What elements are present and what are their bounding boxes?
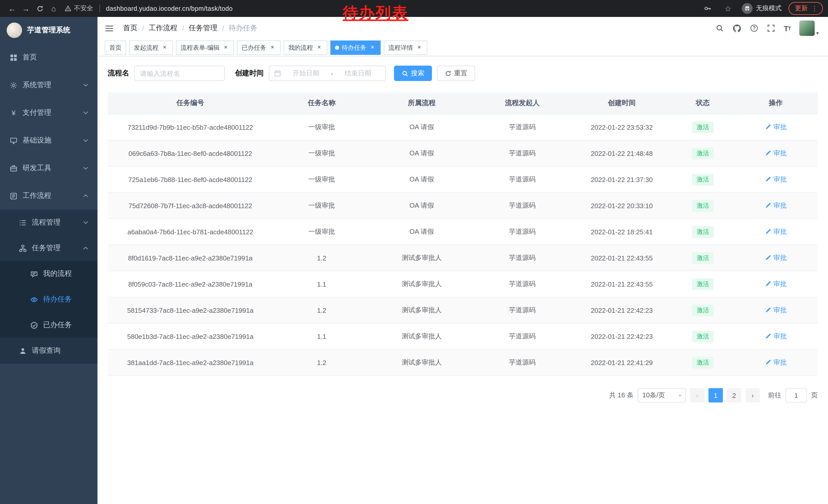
github-icon[interactable] <box>732 24 741 33</box>
refresh-icon[interactable] <box>33 2 47 15</box>
tab-close-icon[interactable]: × <box>316 44 323 51</box>
cell-create-time: 2022-01-22 21:48:48 <box>572 140 672 166</box>
incognito-badge[interactable]: 无痕模式 <box>742 3 782 14</box>
cell-starter: 芋道源码 <box>473 297 572 323</box>
tab-my-processes[interactable]: 我的流程 × <box>284 41 327 55</box>
forward-icon[interactable]: → <box>19 2 33 15</box>
browser-menu-icon[interactable]: ⋮ <box>811 5 818 12</box>
approve-link[interactable]: 审批 <box>764 332 787 341</box>
page-button-1[interactable]: 1 <box>708 388 723 403</box>
reset-button[interactable]: 重置 <box>437 65 475 81</box>
approve-link[interactable]: 审批 <box>764 227 787 236</box>
next-page-button[interactable]: › <box>745 388 760 403</box>
sidebar-item-leave-query[interactable]: 请假查询 <box>0 338 97 364</box>
table-row[interactable]: 75d72608-7b7f-11ec-a3c8-acde48001122 一级审… <box>108 192 818 219</box>
approve-link[interactable]: 审批 <box>764 306 787 315</box>
breadcrumb-item[interactable]: 工作流程 <box>149 24 177 33</box>
search-button[interactable]: 搜索 <box>394 65 432 81</box>
page-size-select[interactable]: 10条/页 ▾ <box>638 388 686 403</box>
sidebar-item-infrastructure[interactable]: 基础设施 <box>0 127 97 154</box>
breadcrumb-item[interactable]: 任务管理 <box>189 24 217 33</box>
key-icon[interactable] <box>701 2 714 15</box>
tab-process-detail[interactable]: 流程详情 × <box>384 41 427 55</box>
cell-actions: 审批 <box>734 271 818 297</box>
table-row[interactable]: 580e1b3d-7ac8-11ec-a9e2-a2380e71991a 1.1… <box>108 323 818 350</box>
sidebar-item-process-management[interactable]: 流程管理 <box>0 210 97 235</box>
home-icon[interactable]: ⌂ <box>47 2 60 15</box>
sidebar-item-label: 首页 <box>23 53 37 62</box>
table-row[interactable]: a6aba0a4-7b6d-11ec-b781-acde48001122 一级审… <box>108 219 818 245</box>
approve-link[interactable]: 审批 <box>764 279 787 289</box>
breadcrumb-separator: / <box>222 24 224 32</box>
date-range-picker[interactable]: 开始日期 - 结束日期 <box>269 65 386 81</box>
sidebar-item-payment[interactable]: ¥ 支付管理 <box>0 99 97 127</box>
address-bar[interactable]: 不安全 dashboard.yudao.iocoder.cn/bpm/task/… <box>65 4 233 13</box>
tab-close-icon[interactable]: × <box>222 44 229 51</box>
goto-page-input[interactable] <box>785 388 807 403</box>
security-warning[interactable]: 不安全 <box>65 4 93 13</box>
edit-icon <box>764 124 771 131</box>
help-icon[interactable] <box>750 24 758 32</box>
tab-form-edit[interactable]: 流程表单-编辑 × <box>176 41 234 55</box>
sidebar-toggle-icon[interactable] <box>105 25 114 32</box>
process-name-input[interactable] <box>134 65 225 81</box>
app-logo[interactable]: 芋道管理系统 <box>0 17 97 44</box>
tab-close-icon[interactable]: × <box>161 44 168 51</box>
browser-chrome: ← → ⌂ 不安全 dashboard.yudao.iocoder.cn/bpm… <box>0 0 828 17</box>
approve-link[interactable]: 审批 <box>764 358 787 367</box>
table-row[interactable]: 725a1eb6-7b88-11ec-8ef0-acde48001122 一级审… <box>108 166 818 192</box>
sidebar-item-system[interactable]: 系统管理 <box>0 71 97 99</box>
approve-link[interactable]: 审批 <box>764 123 787 132</box>
end-date-placeholder[interactable]: 结束日期 <box>335 69 381 78</box>
table-row[interactable]: 8f059c03-7ac8-11ec-a9e2-a2380e71991a 1.1… <box>108 271 818 297</box>
reset-button-label: 重置 <box>454 69 467 78</box>
search-icon[interactable] <box>715 24 723 32</box>
cell-task-name: 一级审批 <box>273 192 370 219</box>
approve-link[interactable]: 审批 <box>764 149 787 158</box>
approve-link[interactable]: 审批 <box>764 201 787 210</box>
start-date-placeholder[interactable]: 开始日期 <box>283 69 329 78</box>
avatar[interactable] <box>799 20 815 36</box>
table-row[interactable]: 381aa1dd-7ac8-11ec-a9e2-a2380e71991a 1.2… <box>108 350 818 375</box>
table-row[interactable]: 8f0d1619-7ac8-11ec-a9e2-a2380e71991a 1.2… <box>108 245 818 271</box>
prev-page-button[interactable]: ‹ <box>690 388 704 403</box>
sidebar-item-task-management[interactable]: 任务管理 <box>0 235 97 261</box>
table-row[interactable]: 58154733-7ac8-11ec-a9e2-a2380e71991a 1.2… <box>108 297 818 323</box>
tab-done-tasks[interactable]: 已办任务 × <box>237 41 281 55</box>
cell-task-id: 73211d9d-7b9b-11ec-b5b7-acde48001122 <box>108 114 273 140</box>
bookmark-star-icon[interactable]: ☆ <box>721 2 735 15</box>
tab-close-icon[interactable]: × <box>369 44 376 51</box>
cell-status: 激活 <box>672 166 734 192</box>
tab-start-process[interactable]: 发起流程 × <box>129 41 173 55</box>
font-size-icon[interactable]: TT <box>784 24 791 33</box>
sidebar-item-my-processes[interactable]: 我的流程 <box>0 261 97 287</box>
user-menu[interactable]: ▾ <box>799 20 819 36</box>
sidebar-item-todo-tasks[interactable]: 待办任务 <box>0 287 97 312</box>
fullscreen-icon[interactable] <box>767 24 775 32</box>
address-divider <box>99 5 100 12</box>
edit-icon <box>764 228 771 235</box>
approve-link[interactable]: 审批 <box>764 175 787 184</box>
breadcrumb-item[interactable]: 首页 <box>123 24 137 33</box>
sidebar-item-done-tasks[interactable]: 已办任务 <box>0 312 97 338</box>
cell-status: 激活 <box>672 350 734 375</box>
sidebar-item-workflow[interactable]: 工作流程 <box>0 182 97 210</box>
tab-close-icon[interactable]: × <box>416 44 423 51</box>
back-icon[interactable]: ← <box>5 2 19 15</box>
sidebar-item-home[interactable]: 首页 <box>0 44 97 71</box>
update-button[interactable]: 更新 ⋮ <box>788 2 823 15</box>
tab-home[interactable]: 首页 <box>105 41 126 55</box>
tab-close-icon[interactable]: × <box>269 44 276 51</box>
approve-link[interactable]: 审批 <box>764 253 787 263</box>
tab-todo-tasks[interactable]: 待办任务 × <box>330 41 381 55</box>
app-title: 芋道管理系统 <box>27 26 70 35</box>
sidebar-item-label: 工作流程 <box>23 191 51 200</box>
tasks-icon <box>18 244 27 252</box>
sidebar-item-label: 系统管理 <box>23 81 51 90</box>
table-row[interactable]: 73211d9d-7b9b-11ec-b5b7-acde48001122 一级审… <box>108 114 818 140</box>
table-row[interactable]: 069c6a63-7b8a-11ec-8ef0-acde48001122 一级审… <box>108 140 818 166</box>
cell-starter: 芋道源码 <box>473 271 572 297</box>
url-text[interactable]: dashboard.yudao.iocoder.cn/bpm/task/todo <box>106 5 233 12</box>
sidebar-item-devtools[interactable]: 研发工具 <box>0 154 97 182</box>
page-button-2[interactable]: 2 <box>727 388 741 403</box>
